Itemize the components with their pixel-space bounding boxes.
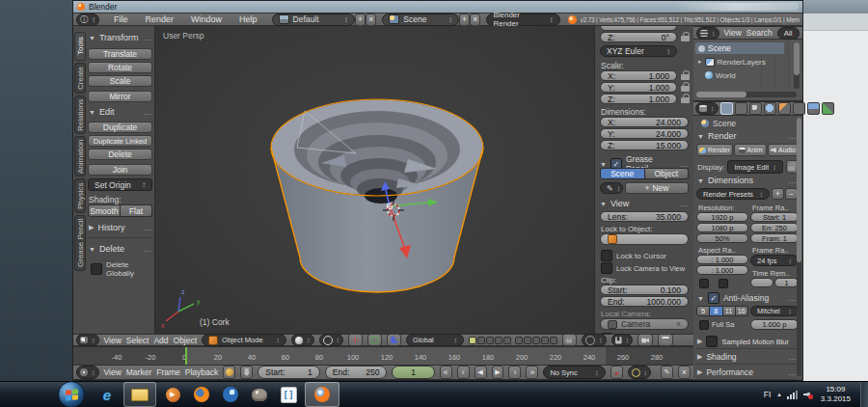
expander-icon[interactable]: ▸ bbox=[698, 58, 702, 66]
manipulator-scale-button[interactable] bbox=[387, 334, 401, 346]
delete-button[interactable]: Delete bbox=[88, 149, 152, 160]
render-still-button[interactable]: Render bbox=[696, 144, 733, 156]
properties-tab-render[interactable] bbox=[720, 102, 733, 115]
render-presets-dropdown[interactable]: Render Presets ↕ bbox=[696, 188, 770, 200]
dimension-y-field[interactable]: Y:24.000 bbox=[600, 128, 689, 139]
rotate-button[interactable]: Rotate bbox=[88, 62, 152, 73]
panel-header-dimensions[interactable]: ▼ Dimensions … bbox=[697, 176, 798, 185]
menu-help[interactable]: Help bbox=[239, 14, 258, 24]
fields-checkbox[interactable] bbox=[699, 279, 709, 288]
aa-filter-dropdown[interactable]: Mitchel ↕ bbox=[750, 306, 799, 316]
outliner-filter-dropdown[interactable]: All Sce bbox=[777, 27, 800, 40]
panel-header-transform[interactable]: ▼ Transform … bbox=[89, 33, 152, 42]
outliner-item-scene[interactable]: Scene bbox=[695, 42, 784, 54]
taskbar-item-firefox[interactable] bbox=[187, 383, 216, 406]
view3d-editor-type-button[interactable]: ↕ bbox=[76, 334, 99, 346]
add-layout-button[interactable]: + bbox=[355, 14, 366, 26]
play-button[interactable]: ▶ bbox=[492, 366, 504, 379]
render-opengl-still-button[interactable] bbox=[637, 334, 653, 346]
timeline-editor-type-button[interactable]: ↕ bbox=[76, 366, 99, 379]
toolshelf-tab-create[interactable]: Create bbox=[74, 63, 86, 94]
auto-snap-button[interactable] bbox=[240, 366, 253, 379]
tray-hidden-icons-button[interactable]: ▴ bbox=[777, 391, 781, 398]
delete-scene-button[interactable]: × bbox=[470, 14, 480, 26]
properties-tab-constraints[interactable] bbox=[793, 102, 805, 115]
mode-dropdown[interactable]: Object Mode ↕ bbox=[202, 334, 286, 346]
shading-flat-button[interactable]: Flat bbox=[121, 204, 152, 217]
cork-model-canvas[interactable]: x y z bbox=[155, 26, 594, 334]
time-remap-new-field[interactable]: 1 bbox=[774, 278, 799, 287]
delete-keyframe-button[interactable]: × bbox=[678, 366, 691, 379]
properties-tab-world[interactable] bbox=[764, 102, 776, 115]
duplicate-button[interactable]: Duplicate bbox=[88, 122, 152, 133]
frame-step-field[interactable]: Fram: 1 bbox=[750, 233, 799, 243]
outliner-vertical-scrollbar[interactable] bbox=[794, 42, 800, 89]
display-mode-dropdown[interactable]: Image Edit ↕ bbox=[727, 160, 782, 174]
rotation-z-field[interactable]: Z:0° bbox=[600, 32, 677, 42]
properties-vertical-scrollbar[interactable] bbox=[797, 118, 801, 376]
timeline-menu-view[interactable]: View bbox=[104, 367, 122, 377]
delete-globally-checkbox[interactable] bbox=[91, 263, 102, 275]
join-button[interactable]: Join bbox=[88, 164, 152, 176]
menu-file[interactable]: File bbox=[114, 14, 128, 24]
transform-orientation-dropdown[interactable]: Global ↕ bbox=[406, 334, 464, 346]
manipulator-rotate-button[interactable] bbox=[367, 334, 382, 346]
insert-keyframe-button[interactable]: ✎ bbox=[661, 366, 673, 379]
panel-options-icon[interactable]: … bbox=[680, 199, 690, 208]
show-desktop-button[interactable] bbox=[860, 382, 868, 407]
aa-samples-11[interactable]: 11 bbox=[723, 306, 736, 316]
outliner-item-renderlayers[interactable]: ▸ RenderLayers bbox=[695, 56, 784, 68]
dimension-x-field[interactable]: X:24.000 bbox=[600, 117, 689, 127]
clip-start-field[interactable]: Start:0.100 bbox=[600, 285, 689, 295]
tray-language-indicator[interactable]: FI bbox=[764, 390, 772, 399]
add-preset-button[interactable]: + bbox=[772, 188, 784, 200]
scale-button[interactable]: Scale bbox=[88, 75, 152, 87]
timeline-start-field[interactable]: Start:1 bbox=[258, 366, 320, 379]
lock-to-cursor-checkbox[interactable] bbox=[601, 250, 612, 261]
outliner-item-world[interactable]: World bbox=[702, 69, 784, 81]
lock-to-object-field[interactable] bbox=[600, 233, 689, 245]
use-preview-range-button[interactable] bbox=[223, 366, 235, 379]
duplicate-linked-button[interactable]: Duplicate Linked bbox=[88, 135, 152, 147]
clip-end-field[interactable]: End:1000.000 bbox=[600, 296, 689, 307]
manipulator-translate-button[interactable] bbox=[348, 334, 363, 346]
screen-layout-selector[interactable]: Default ↕ bbox=[272, 14, 355, 26]
local-camera-field[interactable]: Camera × bbox=[600, 318, 689, 330]
scale-y-field[interactable]: Y:1.000 bbox=[600, 82, 677, 93]
dimension-z-field[interactable]: Z:15.000 bbox=[600, 140, 689, 150]
jump-to-prev-keyframe-button[interactable]: ‹ bbox=[457, 366, 470, 379]
render-opengl-anim-button[interactable] bbox=[658, 334, 673, 346]
properties-tab-object[interactable] bbox=[778, 102, 791, 115]
taskbar-item-thunderbird[interactable] bbox=[216, 383, 245, 406]
aa-size-field[interactable]: 1.000 p bbox=[750, 319, 799, 330]
lock-camera-checkbox[interactable] bbox=[601, 262, 612, 274]
mirror-button[interactable]: Mirror bbox=[88, 91, 152, 102]
aa-samples-8[interactable]: 8 bbox=[710, 306, 722, 316]
view3d-menu-add[interactable]: Add bbox=[153, 336, 168, 345]
tray-volume-muted-icon[interactable] bbox=[803, 391, 813, 399]
pivot-point-dropdown[interactable]: ↕ bbox=[319, 334, 344, 346]
outliner-menu-view[interactable]: View bbox=[724, 28, 742, 38]
layers-widget[interactable] bbox=[469, 337, 557, 344]
aspect-y-field[interactable]: : 1.000 bbox=[696, 265, 748, 275]
proportional-edit-dropdown[interactable]: ↕ bbox=[582, 334, 607, 346]
resolution-x-field[interactable]: 1920 p bbox=[696, 212, 748, 222]
toolshelf-tab-tools[interactable]: Tools bbox=[74, 32, 86, 61]
current-frame-field[interactable]: 1 bbox=[392, 366, 434, 379]
lock-to-scene-button[interactable] bbox=[562, 334, 577, 346]
taskbar-item-media-player[interactable]: ▶ bbox=[158, 383, 187, 406]
sync-mode-dropdown[interactable]: No Sync ↕ bbox=[543, 366, 605, 379]
tray-clock[interactable]: 15:09 3.3.2015 bbox=[821, 385, 851, 403]
gp-object-button[interactable]: Object bbox=[645, 168, 690, 179]
snap-dropdown[interactable]: ↕ bbox=[611, 334, 634, 346]
frame-end-field[interactable]: En: 250 bbox=[750, 223, 799, 232]
panel-header-delete[interactable]: ▼ Delete … bbox=[89, 244, 152, 254]
menu-window[interactable]: Window bbox=[191, 14, 222, 24]
time-remap-old-field[interactable] bbox=[750, 278, 773, 287]
panel-header-view[interactable]: ▼ View … bbox=[600, 199, 690, 208]
properties-editor-type-button[interactable]: ↕ bbox=[695, 102, 719, 115]
timeline-menu-frame[interactable]: Frame bbox=[156, 367, 180, 377]
properties-tab-modifiers[interactable] bbox=[807, 102, 820, 115]
properties-tab-render-layers[interactable] bbox=[735, 102, 747, 115]
rotation-mode-dropdown[interactable]: XYZ Euler ↕ bbox=[600, 45, 677, 57]
